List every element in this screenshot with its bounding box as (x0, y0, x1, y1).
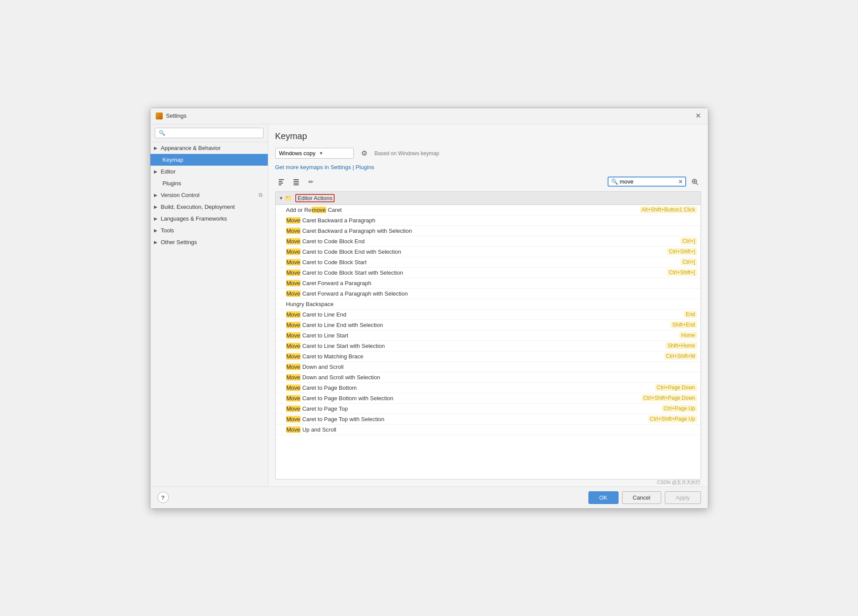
sidebar-item-build[interactable]: ▶ Build, Execution, Deployment (150, 201, 268, 213)
svg-rect-1 (279, 181, 282, 182)
help-button[interactable]: ? (157, 492, 169, 503)
sidebar-item-version-control[interactable]: ▶ Version Control ⧉ (150, 189, 268, 201)
table-row[interactable]: Move Caret to Code Block End Ctrl+] (276, 236, 701, 247)
table-row[interactable]: Move Caret Backward a Paragraph with Sel… (276, 226, 701, 236)
search-input-wrapper: 🔍 ✕ (608, 177, 686, 187)
chevron-right-icon: ▶ (154, 169, 157, 174)
table-row[interactable]: Move Caret to Code Block End with Select… (276, 247, 701, 257)
bottom-bar: ? OK Cancel Apply (150, 487, 708, 508)
main-area: Keymap Windows copy ▼ ⚙ Based on Windows… (268, 124, 708, 487)
row-label: Move Caret to Code Block End (286, 238, 681, 245)
row-label: Move Caret to Line Start with Selection (286, 343, 666, 349)
shortcut-badge: End (684, 311, 697, 318)
row-label: Move Caret to Code Block Start (286, 259, 681, 265)
sidebar-search-input[interactable] (155, 128, 263, 138)
table-row[interactable]: Add or Remove Caret Alt+Shift+Button1 Cl… (276, 205, 701, 215)
row-label: Move Caret to Line End with Selection (286, 322, 671, 328)
shortcut-badge: Shift+Home (666, 342, 697, 349)
expand-all-button[interactable] (290, 176, 302, 188)
sidebar-item-languages[interactable]: ▶ Languages & Frameworks (150, 213, 268, 225)
table-row[interactable]: Move Down and Scroll with Selection (276, 372, 701, 383)
table-row[interactable]: Move Caret to Line Start with Selection … (276, 341, 701, 351)
table-row[interactable]: Move Caret Forward a Paragraph with Sele… (276, 289, 701, 299)
title-bar: Settings ✕ (150, 108, 708, 124)
action-buttons: OK Cancel Apply (588, 491, 701, 504)
table-row[interactable]: Move Caret Forward a Paragraph (276, 278, 701, 289)
sidebar-item-keymap[interactable]: Keymap (150, 154, 268, 166)
table-row[interactable]: Move Caret to Code Block Start Ctrl+[ (276, 257, 701, 268)
settings-dialog: Settings ✕ ▶ Appearance & Behavior Keyma… (150, 108, 708, 509)
table-row[interactable]: Move Caret to Line Start Home (276, 330, 701, 341)
table-row[interactable]: Move Caret to Code Block Start with Sele… (276, 268, 701, 278)
chevron-right-icon: ▶ (154, 228, 157, 233)
table-row[interactable]: Move Caret to Page Bottom Ctrl+Page Down (276, 383, 701, 393)
row-label: Move Caret Forward a Paragraph with Sele… (286, 290, 697, 297)
sidebar-item-tools[interactable]: ▶ Tools (150, 225, 268, 236)
row-label: Move Caret to Page Top (286, 405, 662, 412)
chevron-right-icon: ▶ (154, 216, 157, 221)
based-on-text: Based on Windows keymap (375, 150, 439, 157)
close-button[interactable]: ✕ (694, 112, 703, 120)
table-row[interactable]: Move Down and Scroll (276, 362, 701, 372)
get-more-link[interactable]: Get more keymaps in Settings | Plugins (275, 164, 701, 170)
shortcut-badge: Shift+End (670, 321, 697, 328)
apply-button[interactable]: Apply (665, 491, 701, 504)
row-label: Move Caret Backward a Paragraph with Sel… (286, 228, 697, 234)
sidebar-search-box (150, 124, 268, 142)
sidebar-item-appearance[interactable]: ▶ Appearance & Behavior (150, 142, 268, 154)
chevron-right-icon: ▶ (154, 193, 157, 197)
keymap-tree[interactable]: ▼ 📁 Editor Actions Add or Remove Caret A… (275, 191, 701, 480)
table-row[interactable]: Move Caret to Page Top Ctrl+Page Up (276, 404, 701, 414)
editor-actions-border-box: Editor Actions (295, 194, 335, 202)
editor-actions-header[interactable]: ▼ 📁 Editor Actions (276, 192, 701, 205)
table-row[interactable]: Move Caret to Page Top with Selection Ct… (276, 414, 701, 425)
row-label: Move Down and Scroll with Selection (286, 374, 697, 381)
row-label: Move Caret Forward a Paragraph (286, 280, 697, 286)
edit-shortcut-button[interactable]: ✏ (305, 176, 317, 188)
shortcut-badge: Ctrl+Shift+] (667, 248, 697, 255)
table-row[interactable]: Hungry Backspace (276, 299, 701, 310)
shortcut-badge: Ctrl+Shift+[ (667, 269, 697, 276)
chevron-right-icon: ▶ (154, 240, 157, 245)
row-label: Move Caret to Page Top with Selection (286, 416, 649, 422)
collapse-all-button[interactable] (275, 176, 287, 188)
dropdown-arrow-icon: ▼ (319, 151, 323, 156)
collapse-all-icon (278, 178, 285, 185)
shortcut-badge: Ctrl+[ (680, 259, 697, 265)
row-label: Move Caret to Line Start (286, 332, 680, 339)
table-row[interactable]: Move Caret to Line End End (276, 310, 701, 320)
expand-icon: ▼ (279, 196, 284, 201)
table-row[interactable]: Move Caret Backward a Paragraph (276, 215, 701, 226)
table-row[interactable]: Move Caret to Matching Brace Ctrl+Shift+… (276, 351, 701, 362)
shortcut-badge: Ctrl+Page Down (655, 384, 697, 391)
row-label: Move Caret to Page Bottom (286, 385, 655, 391)
ok-button[interactable]: OK (588, 491, 619, 504)
watermark: CSDN @五月天的巴 (657, 479, 701, 486)
sidebar-item-label: Languages & Frameworks (161, 215, 227, 222)
sidebar-item-editor[interactable]: ▶ Editor (150, 166, 268, 177)
expand-all-icon (293, 178, 300, 185)
keymap-selector-row: Windows copy ▼ ⚙ Based on Windows keymap (275, 147, 701, 160)
keymap-dropdown[interactable]: Windows copy ▼ (275, 148, 354, 159)
svg-rect-4 (294, 179, 299, 180)
find-shortcut-button[interactable] (689, 176, 701, 188)
table-row[interactable]: Move Up and Scroll (276, 425, 701, 435)
sidebar-item-plugins[interactable]: Plugins (150, 177, 268, 189)
table-row[interactable]: Move Caret to Line End with Selection Sh… (276, 320, 701, 330)
search-icon: 🔍 (611, 178, 618, 185)
keymap-selected-value: Windows copy (279, 150, 316, 157)
row-label: Add or Remove Caret (286, 207, 640, 213)
shortcut-badge: Ctrl+Shift+Page Up (648, 415, 697, 422)
row-label: Move Caret to Matching Brace (286, 353, 664, 360)
clear-search-button[interactable]: ✕ (678, 179, 683, 185)
sidebar-item-other-settings[interactable]: ▶ Other Settings (150, 236, 268, 248)
sidebar-item-label: Editor (161, 168, 176, 175)
gear-button[interactable]: ⚙ (358, 147, 370, 160)
svg-line-9 (696, 183, 698, 185)
search-input[interactable] (620, 178, 677, 185)
cancel-button[interactable]: Cancel (622, 491, 661, 504)
table-row[interactable]: Move Caret to Page Bottom with Selection… (276, 393, 701, 404)
highlight-span: move (311, 207, 326, 213)
sidebar-item-label: Other Settings (161, 239, 197, 245)
svg-rect-5 (294, 181, 299, 182)
